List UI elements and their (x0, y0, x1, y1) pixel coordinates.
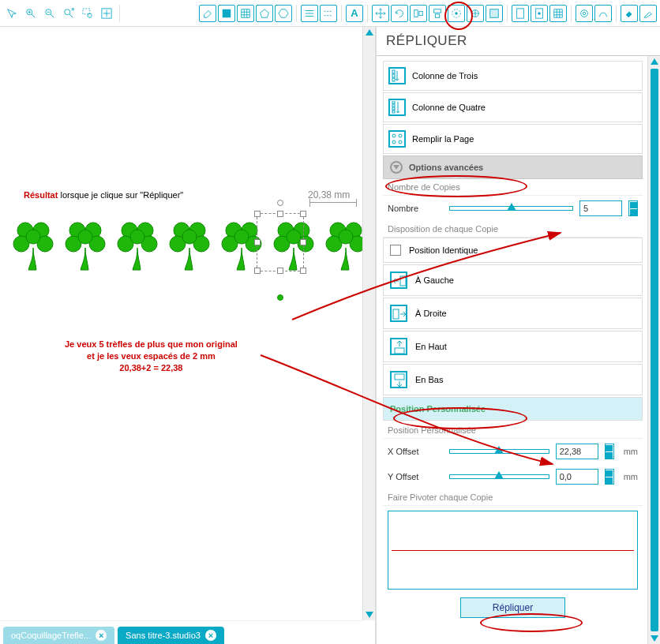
resize-handle[interactable] (254, 239, 261, 245)
svg-rect-57 (392, 70, 395, 73)
hexagon-icon[interactable] (275, 5, 292, 22)
selection-box[interactable] (257, 213, 304, 271)
yoffset-input[interactable] (556, 469, 598, 485)
xoffset-slider[interactable] (449, 449, 549, 454)
opt-label: Position Personnalisée (390, 404, 486, 414)
disposition-bas[interactable]: En Bas (383, 364, 643, 395)
rotate-handle-bottom[interactable] (277, 294, 283, 301)
svg-point-13 (452, 9, 461, 17)
disposition-droite[interactable]: À Droite (383, 298, 643, 329)
grid-dense-icon[interactable] (237, 5, 254, 22)
svg-point-41 (182, 230, 197, 244)
spin-down-icon[interactable] (630, 209, 637, 215)
grid-icon[interactable] (218, 5, 235, 22)
scroll-down-icon[interactable] (366, 612, 373, 618)
slider-knob-icon[interactable] (494, 446, 504, 454)
scroll-up-icon[interactable] (366, 29, 373, 36)
yoffset-label: Y Offset (388, 472, 443, 481)
grid2-icon[interactable] (549, 5, 567, 22)
canvas-area[interactable]: Résultat lorsque je clique sur "Réplique… (0, 27, 376, 644)
yoffset-slider[interactable] (449, 474, 549, 479)
document-tabs: oqCoquillageTrefle... × Sans titre-3.stu… (0, 620, 362, 644)
unit-label: mm (624, 472, 638, 481)
slider-knob-icon[interactable] (507, 203, 516, 211)
dimension-label: 20,38 mm (308, 189, 350, 200)
toolbar-sep (571, 5, 572, 22)
text-icon[interactable]: A (346, 5, 363, 22)
resize-handle[interactable] (300, 239, 306, 245)
spin-down-icon[interactable] (606, 477, 613, 484)
panel-scrollbar[interactable] (647, 56, 660, 644)
page1-icon[interactable] (512, 5, 529, 22)
spin-down-icon[interactable] (606, 452, 613, 459)
fill-icon[interactable] (621, 5, 638, 22)
disposition-personnalisee[interactable]: Position Personnalisée (383, 397, 643, 421)
layer-icon[interactable] (486, 5, 503, 22)
spin-up-icon[interactable] (630, 202, 637, 208)
eraser-icon[interactable] (199, 5, 216, 22)
spin-up-icon[interactable] (606, 470, 613, 477)
opt-label: À Gauche (415, 275, 454, 285)
replicate-icon[interactable] (448, 5, 465, 22)
close-icon[interactable]: × (205, 630, 216, 641)
fit-icon[interactable] (98, 5, 115, 22)
resize-handle[interactable] (254, 268, 261, 274)
align-icon[interactable] (410, 5, 427, 22)
resize-handle[interactable] (254, 211, 261, 217)
copies-input[interactable] (579, 200, 622, 216)
annotation-result: Résultat lorsque je clique sur "Réplique… (24, 189, 183, 200)
toolbar-sep (296, 5, 297, 22)
resize-handle[interactable] (300, 268, 306, 274)
trace2-icon[interactable] (594, 5, 612, 22)
pointer-icon[interactable] (3, 5, 21, 22)
svg-point-19 (538, 12, 541, 15)
disposition-haut[interactable]: En Haut (383, 331, 643, 362)
zoom-out-icon[interactable] (41, 5, 58, 22)
trace1-icon[interactable] (576, 5, 593, 22)
resize-handle[interactable] (277, 268, 283, 274)
annotation-result-bold: Résultat (24, 190, 58, 200)
checkbox-icon[interactable] (390, 245, 401, 256)
rotate-icon[interactable] (391, 5, 408, 22)
svg-point-26 (26, 230, 40, 244)
replicate-button[interactable]: Répliquer (460, 597, 565, 618)
option-label: Colonne de Quatre (412, 103, 486, 112)
page2-icon[interactable] (531, 5, 548, 22)
advanced-header[interactable]: Options avancées (383, 155, 643, 179)
disposition-identique[interactable]: Position Identique (383, 238, 643, 263)
resize-handle[interactable] (300, 211, 306, 217)
spin-up-icon[interactable] (606, 445, 613, 451)
copies-slider[interactable] (449, 206, 573, 211)
resize-handle[interactable] (277, 211, 283, 217)
knife-icon[interactable] (639, 5, 657, 22)
line-weight-icon[interactable] (301, 5, 318, 22)
pentagon-icon[interactable] (256, 5, 273, 22)
svg-point-66 (392, 140, 396, 144)
xoffset-spinner[interactable] (605, 444, 614, 459)
zoom-in-icon[interactable] (22, 5, 39, 22)
canvas-scrollbar[interactable] (362, 27, 375, 620)
move-icon[interactable] (372, 5, 389, 22)
xoffset-input[interactable] (556, 444, 598, 459)
scroll-thumb[interactable] (651, 69, 658, 631)
toolbar-sep (507, 5, 508, 22)
scroll-up-icon[interactable] (651, 58, 658, 65)
zoom-drag-icon[interactable] (60, 5, 77, 22)
rotate-handle[interactable] (277, 200, 283, 206)
slider-knob-icon[interactable] (494, 471, 504, 479)
yoffset-spinner[interactable] (605, 469, 614, 485)
option-colonne-trois[interactable]: Colonne de Trois (383, 61, 643, 91)
rotate-subheader: Faire Pivoter chaque Copie (383, 489, 643, 506)
align-v-icon[interactable] (429, 5, 446, 22)
disposition-gauche[interactable]: À Gauche (383, 264, 643, 296)
scroll-down-icon[interactable] (651, 635, 658, 642)
option-remplir-page[interactable]: Remplir la Page (383, 124, 643, 154)
tab-document[interactable]: oqCoquillageTrefle... × (3, 627, 114, 644)
tab-document[interactable]: Sans titre-3.studio3 × (118, 627, 224, 644)
top-toolbar: A (0, 0, 660, 27)
copies-spinner[interactable] (628, 200, 638, 216)
line-style-icon[interactable] (320, 5, 337, 22)
option-colonne-quatre[interactable]: Colonne de Quatre (383, 92, 643, 122)
zoom-select-icon[interactable] (79, 5, 96, 22)
close-icon[interactable]: × (96, 630, 107, 641)
